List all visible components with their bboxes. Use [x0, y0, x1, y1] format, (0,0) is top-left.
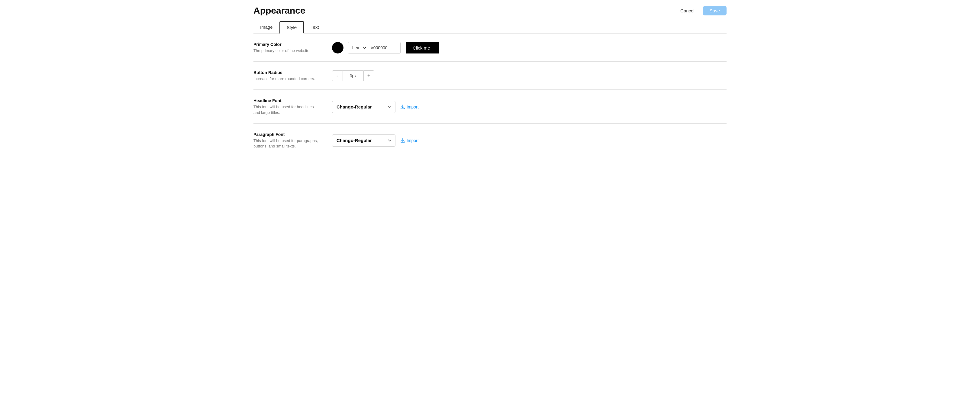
color-swatch[interactable]: [332, 42, 344, 54]
page-title: Appearance: [253, 5, 305, 16]
primary-color-desc: The primary color of the website.: [253, 48, 332, 54]
button-radius-label: Button Radius Increase for more rounded …: [253, 70, 332, 81]
click-me-button[interactable]: Click me !: [406, 42, 439, 54]
paragraph-import-button[interactable]: Import: [400, 138, 419, 143]
paragraph-font-section: Paragraph Font This font will be used fo…: [253, 124, 727, 157]
primary-color-content: Primary Color The primary color of the w…: [253, 42, 727, 54]
paragraph-font-select-container: Chango-Regular: [332, 134, 395, 146]
headline-font-section: Headline Font This font will be used for…: [253, 90, 727, 123]
primary-color-label: Primary Color The primary color of the w…: [253, 42, 332, 54]
tab-text[interactable]: Text: [304, 21, 326, 33]
button-radius-section: Button Radius Increase for more rounded …: [253, 62, 727, 90]
button-radius-desc: Increase for more rounded corners.: [253, 76, 332, 81]
paragraph-font-controls: Chango-Regular Import: [332, 134, 419, 146]
paragraph-font-content: Paragraph Font This font will be used fo…: [253, 132, 727, 149]
cancel-button[interactable]: Cancel: [676, 6, 699, 16]
headline-font-label: Headline Font This font will be used for…: [253, 98, 332, 115]
primary-color-section: Primary Color The primary color of the w…: [253, 33, 727, 62]
headline-font-select[interactable]: Chango-Regular: [332, 101, 395, 113]
import-icon: [400, 105, 405, 109]
save-button[interactable]: Save: [703, 6, 727, 16]
radius-decrease-button[interactable]: -: [332, 70, 343, 81]
paragraph-font-label: Paragraph Font This font will be used fo…: [253, 132, 332, 149]
tab-style[interactable]: Style: [280, 21, 304, 33]
headline-font-select-container: Chango-Regular: [332, 101, 395, 113]
radius-value: 0px: [343, 70, 363, 81]
color-format-select[interactable]: hex rgb hsl: [348, 42, 368, 54]
header-actions: Cancel Save: [676, 6, 727, 16]
headline-font-controls: Chango-Regular Import: [332, 101, 419, 113]
tabs-bar: Image Style Text: [253, 21, 727, 33]
headline-font-title: Headline Font: [253, 98, 332, 103]
import-icon-paragraph: [400, 138, 405, 143]
paragraph-font-title: Paragraph Font: [253, 132, 332, 137]
button-radius-content: Button Radius Increase for more rounded …: [253, 70, 727, 81]
button-radius-title: Button Radius: [253, 70, 332, 75]
radius-increase-button[interactable]: +: [363, 70, 374, 81]
headline-font-desc: This font will be used for headlines and…: [253, 104, 332, 115]
headline-import-button[interactable]: Import: [400, 105, 419, 109]
paragraph-font-select[interactable]: Chango-Regular: [332, 134, 395, 146]
page-header: Appearance Cancel Save: [253, 5, 727, 16]
radius-controls: - 0px +: [332, 70, 374, 81]
color-value-input[interactable]: #000000: [368, 42, 401, 54]
primary-color-title: Primary Color: [253, 42, 332, 47]
tab-image[interactable]: Image: [253, 21, 280, 33]
paragraph-font-desc: This font will be used for paragraphs, b…: [253, 138, 332, 149]
headline-font-content: Headline Font This font will be used for…: [253, 98, 727, 115]
